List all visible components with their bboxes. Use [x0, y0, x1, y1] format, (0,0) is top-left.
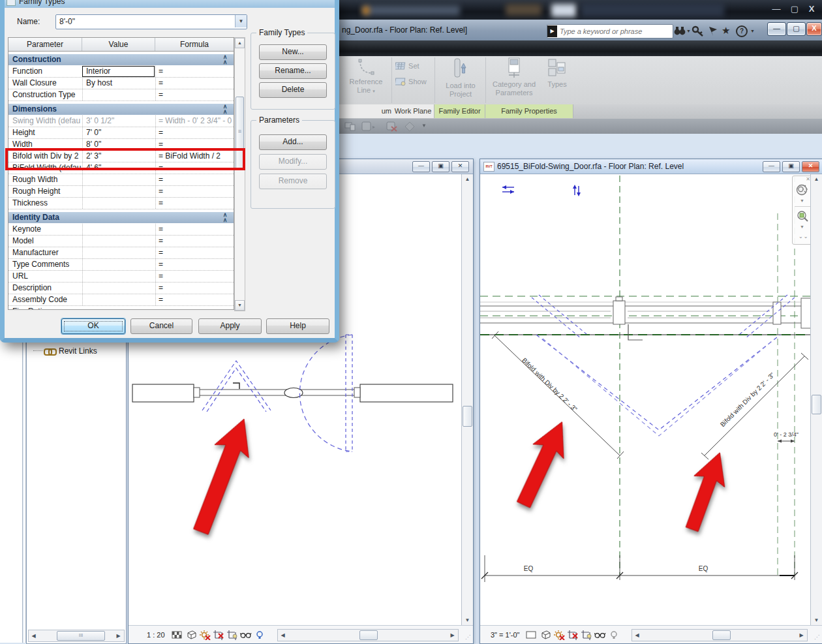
scroll-down-icon[interactable]: ▼ [462, 615, 473, 625]
ok-button[interactable]: OK [61, 318, 125, 334]
right-vertical-scrollbar[interactable]: ▲ ▼ [810, 174, 822, 625]
modify-parameter-button[interactable]: Modify... [259, 154, 327, 170]
table-row[interactable]: Model = [8, 236, 234, 247]
scroll-up-icon[interactable]: ▲ [462, 174, 473, 184]
table-row[interactable]: Wall Closure By host = [8, 78, 234, 89]
delete-type-button[interactable]: Delete [259, 82, 327, 98]
table-row-clipped[interactable]: Fire Rating [8, 306, 234, 309]
browser-horizontal-scrollbar[interactable]: ◀ III ▶ [28, 630, 125, 642]
binoculars-icon[interactable] [673, 25, 686, 37]
temporary-hide-isolate-icon[interactable] [240, 630, 252, 640]
visual-style-icon[interactable] [540, 630, 551, 640]
chevron-down-icon[interactable]: ▼ [800, 198, 804, 203]
scroll-up-icon[interactable]: ▲ [811, 174, 822, 184]
value-cell[interactable] [82, 224, 155, 235]
scroll-left-icon[interactable]: ◀ [278, 630, 288, 640]
crop-view-icon[interactable] [213, 630, 224, 640]
maximize-button[interactable]: ▢ [787, 22, 806, 36]
types-button[interactable]: Types [541, 57, 573, 89]
section-construction[interactable]: Construction∧∧ [8, 54, 234, 65]
help-search-box[interactable]: ▶ [547, 24, 673, 38]
add-parameter-button[interactable]: Add... [259, 134, 327, 150]
apply-button[interactable]: Apply [198, 318, 262, 334]
panel-label-family-properties[interactable]: Family Properties [485, 104, 573, 118]
sun-shadows-off-icon[interactable] [199, 630, 211, 640]
table-row[interactable]: Rough Height = [8, 186, 234, 198]
center-horizontal-scrollbar[interactable]: ◀ ▶ [277, 629, 459, 641]
table-row[interactable]: Height 7' 0" = [8, 127, 234, 139]
section-identity-data[interactable]: Identity Data∧∧ [8, 212, 234, 223]
reveal-hidden-icon[interactable] [608, 630, 620, 640]
minimize-icon[interactable]: — [769, 3, 784, 16]
search-dropdown-icon[interactable]: ▼ [686, 29, 691, 33]
family-types-dialog[interactable]: Family Types Name: 8'-0" ▼ Parameter Val… [0, 0, 339, 343]
scroll-right-icon[interactable]: ▶ [448, 630, 457, 640]
scroll-down-icon[interactable]: ▼ [811, 615, 822, 625]
value-cell[interactable] [82, 198, 155, 209]
table-row[interactable]: URL = [8, 271, 234, 283]
table-row[interactable]: Thickness = [8, 198, 234, 209]
scroll-left-icon[interactable]: ◀ [632, 630, 642, 640]
value-cell[interactable] [82, 271, 155, 282]
temporary-hide-isolate-icon[interactable] [594, 630, 606, 640]
table-row[interactable]: Swing Width (defau 3' 0 1/2" = Width - 0… [8, 115, 234, 127]
table-row[interactable]: Rough Width = [8, 174, 234, 186]
search-input[interactable] [557, 27, 673, 35]
view-window-right[interactable]: RVT 69515_BiFold-Swing_Door.rfa - Floor … [480, 159, 822, 644]
communication-center-icon[interactable] [707, 25, 720, 37]
scroll-right-icon[interactable]: ▶ [114, 631, 123, 641]
navigation-bar[interactable]: ✕ ▼ ▼ ⌄⌄ [792, 176, 812, 245]
value-cell[interactable]: By host [82, 78, 155, 89]
key-icon[interactable] [692, 25, 705, 37]
collapse-icon[interactable]: ∧∧ [222, 212, 228, 222]
close-button[interactable]: X [806, 22, 822, 36]
set-button[interactable]: Set [395, 61, 432, 70]
table-row[interactable]: Description = [8, 283, 234, 294]
browser-item-revit-links[interactable]: Revit Links [33, 346, 97, 356]
reveal-hidden-icon[interactable] [254, 630, 266, 640]
chevron-double-icon[interactable]: ⌄⌄ [799, 234, 808, 239]
minimize-button[interactable]: — [763, 161, 780, 172]
crop-region-visible-icon[interactable] [226, 630, 238, 640]
restore-button[interactable]: ▣ [432, 161, 449, 172]
view-scale[interactable]: 3" = 1'-0" [491, 631, 519, 639]
category-and-parameters-button[interactable]: Category and Parameters [489, 57, 539, 97]
value-cell[interactable]: 3' 0 1/2" [82, 115, 155, 127]
value-cell[interactable] [82, 259, 155, 270]
load-into-project-button[interactable]: Load into Project [440, 57, 481, 99]
table-scrollbar[interactable]: ▲ ≡ ▼ [234, 37, 245, 311]
scrollbar-thumb[interactable] [712, 630, 731, 640]
value-cell[interactable] [82, 186, 155, 197]
crop-view-icon[interactable] [567, 630, 579, 640]
help-dropdown-icon[interactable]: ▼ [750, 29, 755, 33]
detail-level-icon[interactable] [172, 630, 183, 640]
value-cell[interactable] [82, 236, 155, 247]
resize-grip[interactable]: ⋰ [465, 636, 472, 642]
panel-label-work-plane[interactable]: Work Plane [392, 104, 434, 118]
show-button[interactable]: Show [395, 77, 432, 86]
table-row[interactable]: Function Interior = [8, 66, 234, 78]
scroll-down-icon[interactable]: ▼ [235, 300, 245, 311]
table-row[interactable]: Assembly Code = [8, 294, 234, 306]
collapse-icon[interactable]: ∧∧ [222, 54, 228, 65]
crop-region-visible-icon[interactable] [581, 630, 592, 640]
value-cell[interactable] [82, 283, 155, 294]
value-cell[interactable]: 7' 0" [82, 127, 155, 138]
scrollbar-thumb[interactable] [812, 395, 821, 414]
right-horizontal-scrollbar[interactable]: ◀ ▶ [632, 629, 808, 641]
resize-grip[interactable]: ⋰ [814, 636, 821, 642]
reference-line-button[interactable]: Reference Line ▾ [343, 59, 389, 95]
chevron-down-icon[interactable]: ▼ [235, 15, 247, 27]
collapse-icon[interactable]: ∧∧ [222, 104, 228, 114]
panel-label-datum[interactable]: um [329, 104, 395, 118]
rename-type-button[interactable]: Rename... [259, 63, 327, 79]
value-cell[interactable] [82, 294, 155, 305]
value-cell[interactable] [82, 247, 155, 258]
right-drawing-area[interactable]: Bifold with Div by 2 2' - 3" Bifold with… [480, 174, 812, 625]
panel-label-family-editor[interactable]: Family Editor [434, 104, 485, 118]
scroll-up-icon[interactable]: ▲ [235, 38, 245, 48]
zoom-region-icon[interactable] [796, 210, 809, 223]
center-vertical-scrollbar[interactable]: ▲ ▼ [461, 174, 473, 625]
visual-style-icon[interactable] [185, 630, 197, 640]
remove-parameter-button[interactable]: Remove [259, 174, 327, 189]
